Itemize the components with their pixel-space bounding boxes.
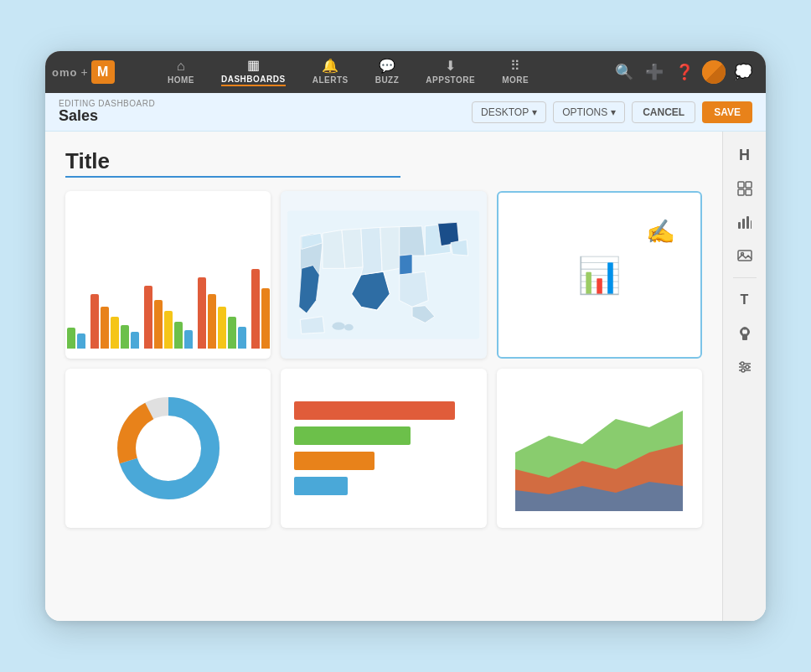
sidebar-divider [733, 277, 757, 278]
options-chevron-icon: ▾ [611, 106, 616, 118]
add-icon[interactable]: ➕ [642, 59, 667, 85]
bar [101, 307, 109, 349]
image-button[interactable] [730, 240, 760, 271]
help-icon[interactable]: ❓ [672, 59, 697, 85]
bar [154, 300, 163, 349]
bar [198, 277, 206, 349]
avatar[interactable] [702, 60, 726, 84]
save-button[interactable]: SAVE [702, 101, 752, 123]
nav-item-buzz[interactable]: 💬 BUZZ [362, 54, 413, 90]
layout-button[interactable] [730, 173, 760, 204]
donut-chart [114, 394, 223, 503]
nav-item-dashboards[interactable]: ▦ DASHBOARDS [208, 54, 299, 91]
settings-button[interactable] [730, 352, 760, 382]
bar [111, 317, 119, 349]
bar [184, 330, 193, 349]
staircase-chart [294, 401, 473, 495]
filter-button[interactable] [730, 318, 760, 349]
svg-rect-9 [746, 189, 752, 195]
nav-item-appstore[interactable]: ⬇ APPSTORE [412, 54, 488, 90]
bar [208, 294, 216, 349]
bar-group [90, 294, 139, 349]
bar-chart-card [65, 191, 271, 359]
svg-rect-14 [738, 251, 752, 261]
svg-point-21 [746, 365, 749, 369]
more-icon: ⠿ [510, 59, 521, 73]
heading-button[interactable]: H [730, 140, 760, 170]
editing-bar: EDITING DASHBOARD Sales DESKTOP ▾ OPTION… [45, 93, 766, 132]
bar [228, 317, 236, 349]
stair-bar [294, 401, 455, 420]
logo-m[interactable]: M [91, 60, 115, 84]
alerts-icon: 🔔 [322, 59, 339, 73]
canvas-area: ✍ 📊 [45, 132, 722, 621]
buzz-label: BUZZ [375, 75, 400, 85]
svg-point-20 [741, 362, 744, 365]
svg-point-1 [333, 323, 345, 330]
bar [67, 328, 75, 349]
device-frame: omo + M ⌂ HOME ▦ DASHBOARDS 🔔 ALERTS 💬 B… [45, 51, 766, 621]
chart-button[interactable] [730, 207, 760, 237]
alerts-label: ALERTS [313, 75, 349, 85]
logo-domo-text: omo [52, 66, 77, 79]
staircase-card [281, 369, 486, 528]
svg-rect-8 [738, 189, 744, 195]
stair-bar [294, 452, 375, 470]
bar-chart [65, 223, 271, 349]
drag-cursor-icon: ✍ [646, 218, 675, 246]
title-input-wrapper [65, 148, 702, 178]
bar [218, 307, 226, 349]
bar-group [198, 277, 246, 349]
bar [174, 322, 183, 349]
bar [261, 288, 270, 349]
top-nav: omo + M ⌂ HOME ▦ DASHBOARDS 🔔 ALERTS 💬 B… [45, 51, 766, 93]
chart-placeholder-icon: 📊 [577, 255, 621, 296]
bar-group [144, 286, 193, 349]
editing-actions: DESKTOP ▾ OPTIONS ▾ CANCEL SAVE [472, 101, 752, 123]
appstore-label: APPSTORE [426, 75, 475, 85]
home-label: HOME [168, 75, 194, 85]
text-button[interactable]: T [730, 285, 760, 315]
stair-bar [294, 477, 348, 495]
drag-indicator: ✍ 📊 [497, 191, 702, 359]
chat-icon[interactable]: 💭 [731, 59, 756, 85]
nav-item-alerts[interactable]: 🔔 ALERTS [299, 54, 362, 90]
svg-rect-11 [742, 219, 745, 229]
bar [144, 286, 152, 349]
buzz-icon: 💬 [379, 59, 396, 73]
options-button[interactable]: OPTIONS ▾ [553, 101, 625, 123]
bar [90, 294, 99, 349]
svg-rect-6 [738, 182, 744, 188]
appstore-icon: ⬇ [445, 59, 457, 73]
options-label: OPTIONS [562, 106, 607, 118]
svg-rect-7 [746, 182, 752, 188]
usa-map [287, 198, 479, 352]
cancel-button[interactable]: CANCEL [632, 101, 695, 123]
nav-item-home[interactable]: ⌂ HOME [154, 54, 208, 90]
stair-bar [294, 426, 411, 445]
bar [238, 327, 246, 349]
main-content: ✍ 📊 [45, 132, 766, 621]
title-input[interactable] [65, 148, 400, 178]
dashboards-label: DASHBOARDS [221, 75, 286, 86]
logo-plus: + [80, 65, 87, 79]
bar-group [251, 269, 271, 349]
area-card [497, 369, 702, 528]
donut-card [65, 369, 271, 528]
editing-info: EDITING DASHBOARD Sales [59, 99, 472, 125]
desktop-label: DESKTOP [481, 106, 529, 118]
bar [251, 269, 260, 349]
bar [121, 325, 129, 349]
bar-group [65, 302, 85, 349]
nav-item-more[interactable]: ⠿ MORE [488, 54, 542, 90]
right-sidebar: H [722, 132, 766, 621]
dashboard-grid: ✍ 📊 [65, 191, 702, 528]
bar [77, 333, 85, 349]
editing-title: Sales [59, 108, 472, 125]
editing-label: EDITING DASHBOARD [59, 99, 472, 108]
map-card [281, 191, 486, 359]
avatar-image [702, 60, 726, 84]
search-icon[interactable]: 🔍 [612, 59, 637, 85]
desktop-button[interactable]: DESKTOP ▾ [472, 101, 546, 123]
desktop-chevron-icon: ▾ [532, 106, 537, 118]
